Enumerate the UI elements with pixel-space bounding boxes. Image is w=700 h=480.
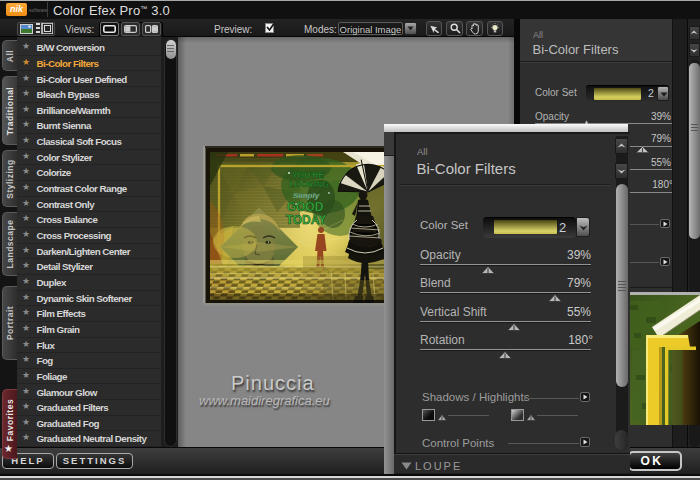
svg-text:Simply: Simply [293, 191, 320, 200]
svg-text:LOOKING: LOOKING [289, 179, 329, 189]
svg-text:TODAY: TODAY [286, 213, 327, 227]
svg-text:GOOD: GOOD [287, 200, 324, 214]
